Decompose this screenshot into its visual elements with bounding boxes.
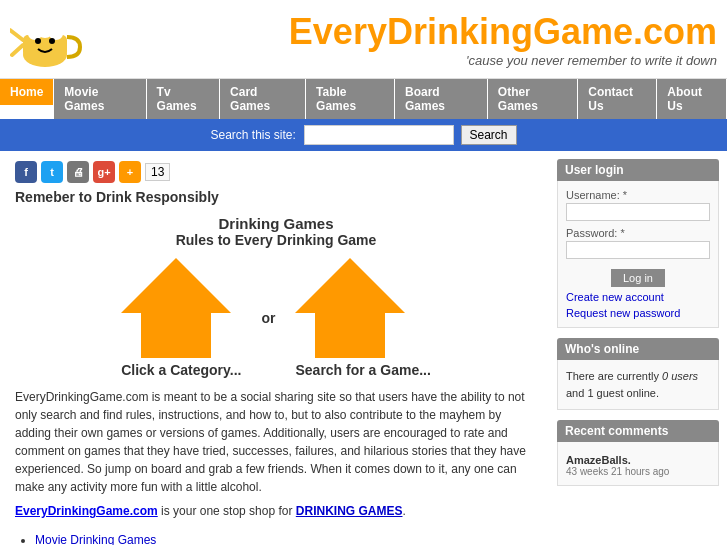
nav-card-games[interactable]: Card Games <box>220 79 306 119</box>
search-button[interactable]: Search <box>461 125 517 145</box>
svg-point-6 <box>49 38 55 44</box>
share-count: 13 <box>145 163 170 181</box>
nav-table-games[interactable]: Table Games <box>306 79 395 119</box>
user-login-box: User login Username: * Password: * Log i… <box>557 159 719 328</box>
center-section: Drinking Games Rules to Every Drinking G… <box>15 215 537 378</box>
description-text: EveryDrinkingGame.com is meant to be a s… <box>15 388 537 496</box>
social-bar: f t 🖨 g+ + 13 <box>15 161 537 183</box>
whos-online-text: There are currently 0 users and 1 guest … <box>566 368 710 401</box>
comment-time: 43 weeks 21 hours ago <box>566 466 710 477</box>
category-arrow[interactable]: Click a Category... <box>121 258 241 378</box>
rss-icon[interactable]: + <box>119 161 141 183</box>
movie-games-link[interactable]: Movie Drinking Games <box>35 533 156 545</box>
search-input[interactable] <box>304 125 454 145</box>
nav-tv-games[interactable]: Tv Games <box>147 79 221 119</box>
site-tagline: 'cause you never remember to write it do… <box>289 53 717 68</box>
site-title: EveryDrinkingGame.com 'cause you never r… <box>289 11 717 68</box>
login-title: User login <box>557 159 719 181</box>
nav-movie-games[interactable]: Movie Games <box>54 79 146 119</box>
recent-comments-content: AmazeBalls. 43 weeks 21 hours ago <box>557 442 719 486</box>
svg-point-5 <box>35 38 41 44</box>
recent-comments-box: Recent comments AmazeBalls. 43 weeks 21 … <box>557 420 719 486</box>
site-intro-link[interactable]: EveryDrinkingGame.com <box>15 504 158 518</box>
description: EveryDrinkingGame.com is meant to be a s… <box>15 388 537 520</box>
arrows-row: Click a Category... or Search for a Game… <box>15 258 537 378</box>
request-password-link[interactable]: Request new password <box>566 307 710 319</box>
search-label2: Search for a Game... <box>295 362 430 378</box>
logo-image <box>10 5 90 70</box>
drink-responsibly-text: Remeber to Drink Responsibly <box>15 189 537 205</box>
site-name: EveryDrinkingGame.com <box>289 11 717 53</box>
nav-contact-us[interactable]: Contact Us <box>578 79 657 119</box>
password-label: Password: * <box>566 227 710 239</box>
main-heading: Drinking Games <box>15 215 537 232</box>
site-intro: EveryDrinkingGame.com is your one stop s… <box>15 502 537 520</box>
nav-about-us[interactable]: About Us <box>657 79 727 119</box>
search-label: Search this site: <box>210 128 295 142</box>
svg-line-7 <box>10 30 23 40</box>
or-text: or <box>261 310 275 326</box>
sidebar: User login Username: * Password: * Log i… <box>552 151 727 545</box>
sub-heading: Rules to Every Drinking Game <box>15 232 537 248</box>
nav-board-games[interactable]: Board Games <box>395 79 488 119</box>
drinking-games-link[interactable]: DRINKING GAMES <box>296 504 403 518</box>
comment-title[interactable]: AmazeBalls. <box>566 454 710 466</box>
category-label: Click a Category... <box>121 362 241 378</box>
search-arrow[interactable]: Search for a Game... <box>295 258 430 378</box>
username-field[interactable] <box>566 203 710 221</box>
nav-other-games[interactable]: Other Games <box>488 79 578 119</box>
nav-home[interactable]: Home <box>0 79 54 105</box>
twitter-icon[interactable]: t <box>41 161 63 183</box>
comment-item: AmazeBalls. 43 weeks 21 hours ago <box>566 454 710 477</box>
create-account-link[interactable]: Create new account <box>566 291 710 303</box>
navigation: Home Movie Games Tv Games Card Games Tab… <box>0 78 727 119</box>
google-plus-icon[interactable]: g+ <box>93 161 115 183</box>
username-label: Username: * <box>566 189 710 201</box>
logo <box>10 5 90 73</box>
whos-online-title: Who's online <box>557 338 719 360</box>
login-button[interactable]: Log in <box>611 269 665 287</box>
facebook-icon[interactable]: f <box>15 161 37 183</box>
print-icon[interactable]: 🖨 <box>67 161 89 183</box>
whos-online-content: There are currently 0 users and 1 guest … <box>557 360 719 410</box>
search-bar: Search this site: Search <box>0 119 727 151</box>
game-list: Movie Drinking Games TV Show Drinking Ga… <box>15 530 537 545</box>
whos-online-box: Who's online There are currently 0 users… <box>557 338 719 410</box>
recent-comments-title: Recent comments <box>557 420 719 442</box>
login-content: Username: * Password: * Log in Create ne… <box>557 181 719 328</box>
password-field[interactable] <box>566 241 710 259</box>
svg-line-8 <box>12 45 23 55</box>
